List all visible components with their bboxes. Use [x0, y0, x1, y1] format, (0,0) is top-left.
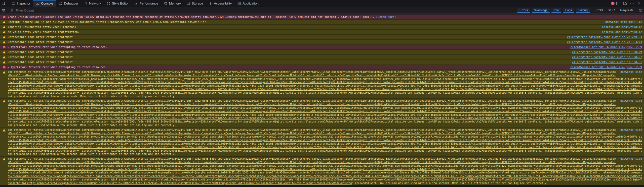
responsive-design-mode-button[interactable] — [621, 2, 628, 5]
source-location-link[interactable]: clientWorker.baf1e8f5.bundle.min.js:1:87… — [572, 55, 642, 59]
tab-style-editor[interactable]: Style Editor — [104, 0, 131, 7]
message-text-part: No valid entryTypes; aborting registrati… — [8, 30, 79, 34]
warning-icon — [3, 30, 6, 34]
tab-accessibility[interactable]: Accessibility — [206, 0, 234, 7]
warning-icon — [3, 35, 6, 39]
message-url-link[interactable]: https://browser.sentry-cdn.com/7.120.3/m… — [165, 15, 271, 19]
close-icon — [637, 2, 641, 5]
filter-button-requests[interactable]: Requests — [618, 8, 635, 13]
source-location-link[interactable]: gasworks-site — [620, 99, 642, 103]
tab-label: Style Editor — [112, 2, 129, 5]
console-icon — [36, 2, 39, 5]
tab-memory[interactable]: Memory — [161, 0, 184, 7]
source-location-link[interactable]: gasworks-site — [620, 128, 642, 132]
style-editor-icon — [107, 2, 110, 5]
console-message-error: Cross-Origin Request Blocked: The Same O… — [0, 15, 644, 20]
clear-console-button[interactable] — [0, 8, 7, 12]
filter-button-debug[interactable]: Debug — [576, 8, 590, 13]
responsive-design-icon — [623, 2, 627, 5]
source-location-link[interactable]: gasworks-site — [620, 157, 642, 161]
source-location-link[interactable]: clientWorker.baf1e8f5.bundle.min.js:1:87… — [572, 60, 642, 64]
tab-label: Memory — [169, 2, 181, 5]
console-message-warning: unreachable code after return statementc… — [0, 50, 644, 55]
expand-arrow-icon[interactable]: ▶ — [8, 45, 9, 49]
message-text: gasworks-siteThe resource at “https://si… — [8, 70, 642, 98]
message-text-part: <script> source URI is not allowed in th… — [8, 20, 98, 24]
console-filterbar: ErrorsWarningsInfoLogsDebug CSSXHRReques… — [0, 7, 644, 14]
filter-button-logs[interactable]: Logs — [563, 8, 574, 13]
filter-button-css[interactable]: CSS — [595, 8, 605, 13]
warning-icon — [3, 157, 6, 161]
pick-element-button[interactable] — [0, 0, 8, 7]
application-icon — [237, 2, 241, 5]
devtools-toolbar: InspectorConsoleDebuggerNetworkStyle Edi… — [0, 0, 644, 7]
meatball-menu-button[interactable]: ⋯ — [628, 1, 635, 6]
network-icon — [84, 2, 88, 5]
message-url-link[interactable]: https://siteassets.parastorage.com/pages… — [8, 99, 642, 123]
console-message-warning: Ignoring unsupported entryTypes: longtas… — [0, 25, 644, 30]
source-location-link[interactable]: clientWorker.baf1e8f5.bundle.min.js:24:2… — [567, 35, 642, 39]
warning-icon — [3, 40, 6, 44]
tab-debugger[interactable]: Debugger — [56, 0, 81, 7]
source-location-link[interactable]: gasworks-site — [620, 70, 642, 74]
console-message-warning: unreachable code after return statementc… — [0, 55, 644, 60]
console-message-warning: unreachable code after return statementc… — [0, 35, 644, 40]
tab-label: Performance — [139, 2, 158, 5]
message-text-part: TypeError: NetworkError when attempting … — [11, 45, 107, 49]
console-message-warning: gasworks-siteThe resource at “https://si… — [0, 99, 644, 128]
error-badge-count: 3 — [616, 2, 618, 5]
filter-button-warnings[interactable]: Warnings — [532, 8, 550, 13]
tab-application[interactable]: Application — [234, 0, 261, 7]
error-count-badge[interactable]: ! 3 — [609, 2, 620, 5]
message-url-link[interactable]: https://siteassets.parastorage.com/pages… — [8, 71, 642, 94]
source-location-link[interactable]: clientWorker.baf1e8f5.bundle.min.js:24:1… — [567, 40, 642, 44]
pick-element-icon — [2, 2, 6, 6]
message-url-link[interactable]: https://browser.sentry-cdn.com/7.120.3/m… — [98, 20, 205, 24]
tab-label: Debugger — [64, 2, 78, 5]
toolbar-separator — [8, 1, 8, 6]
console-settings-button[interactable] — [637, 8, 644, 12]
tab-console[interactable]: Console — [33, 0, 56, 7]
filter-button-info[interactable]: Info — [551, 8, 561, 13]
message-text-part: TypeError: NetworkError when attempting … — [11, 66, 107, 69]
message-text-part: The resource at “ — [8, 99, 34, 102]
warning-icon — [3, 25, 6, 29]
message-text-part: unreachable code after return statement — [8, 40, 73, 44]
warning-icon — [3, 50, 6, 54]
source-location-link[interactable]: observeLongTasks.ts:8:12 — [602, 30, 642, 34]
message-text-part: The resource at “ — [8, 129, 34, 131]
console-input-row[interactable] — [0, 185, 644, 187]
learn-more-link[interactable]: [Learn More] — [376, 15, 396, 19]
close-devtools-button[interactable] — [635, 2, 642, 5]
severity-filter-buttons: ErrorsWarningsInfoLogsDebug — [515, 8, 592, 13]
message-url-link[interactable]: https://siteassets.parastorage.com/pages… — [8, 129, 642, 152]
warning-icon — [3, 20, 6, 24]
filter-button-xhr[interactable]: XHR — [607, 8, 617, 13]
tab-label: Inspector — [17, 2, 30, 5]
tab-performance[interactable]: Performance — [131, 0, 161, 7]
accessibility-icon — [209, 2, 212, 5]
message-url-link[interactable]: https://siteassets.parastorage.com/pages… — [8, 157, 642, 184]
source-location-link[interactable]: clientWorker.baf1e8f5.bundle.min.js:1:87… — [572, 50, 642, 54]
source-location-link[interactable]: clientWorker.baf1e8f5.bundle.min.js:6:51… — [570, 45, 642, 49]
toolbar-tabs: InspectorConsoleDebuggerNetworkStyle Edi… — [9, 0, 261, 7]
filter-output-input[interactable] — [15, 8, 515, 13]
message-text: Cross-Origin Request Blocked: The Same O… — [8, 15, 642, 19]
warning-icon — [3, 71, 6, 74]
tab-inspector[interactable]: Inspector — [9, 0, 33, 7]
console-message-error: ▶TypeError: NetworkError when attempting… — [0, 65, 644, 70]
warning-icon — [3, 60, 6, 64]
expand-arrow-icon[interactable]: ▶ — [8, 65, 9, 69]
message-text-part: unreachable code after return statement — [8, 35, 73, 39]
source-location-link[interactable]: observeLongTasks.ts:8:12 — [602, 25, 642, 29]
source-location-link[interactable]: clientWorker.baf1e8f5.bundle.min.js:6:51… — [570, 65, 642, 69]
source-location-link[interactable]: gasworks-site:1058:112 — [605, 20, 642, 24]
filter-input-wrap — [8, 8, 515, 13]
tab-label: Accessibility — [214, 2, 232, 5]
filter-button-errors[interactable]: Errors — [517, 8, 530, 13]
console-message-warning: No valid entryTypes; aborting registrati… — [0, 30, 644, 35]
console-message-error: ▶TypeError: NetworkError when attempting… — [0, 45, 644, 50]
tab-storage[interactable]: Storage — [184, 0, 206, 7]
tab-label: Console — [41, 2, 53, 5]
tab-network[interactable]: Network — [81, 0, 104, 7]
